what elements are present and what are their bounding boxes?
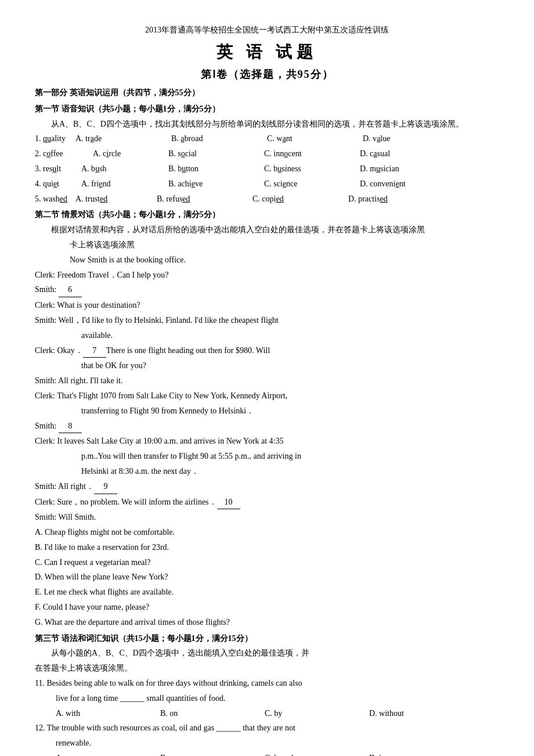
- section3-header: 第三节 语法和词汇知识（共15小题；每小题1分，满分15分）: [35, 632, 499, 646]
- dialogue-line-10: Smith: All right． 9: [35, 480, 499, 494]
- dialogue-line-6: Smith: All right. I'll take it.: [35, 374, 499, 388]
- part1-header: 第一部分 英语知识运用（共四节，满分55分）: [35, 86, 499, 100]
- dialogue-line-9: Clerk: It leaves Salt Lake City at 10:00…: [35, 434, 499, 448]
- dialogue-line-9b: p.m..You will then transfer to Flight 90…: [81, 449, 499, 463]
- dialogue-line-4: Smith: Well，I'd like to fly to Helsinki,…: [35, 314, 499, 327]
- dialogue-line-11: Clerk: Sure，no problem. We will inform t…: [35, 495, 499, 510]
- question-12: 12. The trouble with such resources as c…: [35, 721, 499, 756]
- dialogue-line-5: Clerk: Okay． 7 There is one flight headi…: [35, 344, 499, 358]
- dialogue-line-8: Smith: 8: [35, 419, 499, 434]
- dialogue-line-12: Smith: Will Smith.: [35, 510, 499, 524]
- main-title: 英 语 试题: [35, 38, 499, 66]
- dialogue-line-2: Smith: 6: [35, 283, 499, 297]
- dialogue-intro: Now Smith is at the booking office.: [70, 253, 499, 267]
- section3-instruction: 从每小题的A、B、C、D四个选项中，选出能填入空白处的最佳选项，并: [35, 646, 499, 660]
- dialogue-line-5b: that be OK for you?: [81, 359, 499, 373]
- choice-g: G. What are the departure and arrival ti…: [35, 615, 499, 629]
- dialogue-line-1: Clerk: Freedom Travel．Can I help you?: [35, 268, 499, 282]
- question-11: 11. Besides being able to walk on for th…: [35, 676, 499, 720]
- question-3: 3. result A. bush B. button C. business …: [35, 162, 499, 176]
- dialogue-line-7: Clerk: That's Flight 1070 from Salt Lake…: [35, 389, 499, 403]
- choice-d: D. When will the plane leave New York?: [35, 570, 499, 584]
- section3-instruction2: 在答题卡上将该选项涂黑。: [35, 661, 499, 675]
- section-title: 第Ⅰ卷（选择题，共95分）: [35, 66, 499, 84]
- question-5: 5. washed A. trusted B. refused C. copie…: [35, 192, 499, 206]
- choice-a: A. Cheap flights might not be comfortabl…: [35, 525, 499, 539]
- section1-header: 第一节 语音知识（共5小题；每小题1分，满分5分）: [35, 102, 499, 116]
- choice-b: B. I'd like to make a reservation for 23…: [35, 541, 499, 555]
- choice-f: F. Could I have your name, please?: [35, 600, 499, 614]
- question-1: 1. quality A. trade B. abroad C. want D.…: [35, 132, 499, 146]
- section2-instruction: 根据对话情景和内容，从对话后所给的选项中选出能填入空白处的最佳选项，并在答题卡上…: [35, 223, 499, 237]
- dialogue-line-9c: Helsinki at 8:30 a.m. the next day．: [81, 465, 499, 478]
- subtitle: 2013年普通高等学校招生全国统一考试西工大附中第五次适应性训练: [35, 23, 499, 37]
- question-4: 4. quiet A. friend B. achieve C. science…: [35, 177, 499, 191]
- page-container: 2013年普通高等学校招生全国统一考试西工大附中第五次适应性训练 英 语 试题 …: [35, 23, 499, 756]
- dialogue-line-3: Clerk: What is your destination?: [35, 298, 499, 312]
- question-2: 2. coffee A. circle B. social C. innocen…: [35, 147, 499, 161]
- section1-instruction: 从A、B、C、D四个选项中，找出其划线部分与所给单词的划线部分读音相同的选项，并…: [35, 117, 499, 131]
- dialogue-line-7b: transferring to Flight 90 from Kennedy t…: [81, 404, 499, 418]
- section2-instruction2: 卡上将该选项涂黑: [70, 238, 499, 252]
- section2-header: 第二节 情景对话（共5小题；每小题1分，满分5分）: [35, 208, 499, 222]
- choice-c: C. Can I request a vegetarian meal?: [35, 556, 499, 570]
- choice-e: E. Let me check what flights are availab…: [35, 585, 499, 599]
- dialogue-line-4b: available.: [81, 329, 499, 343]
